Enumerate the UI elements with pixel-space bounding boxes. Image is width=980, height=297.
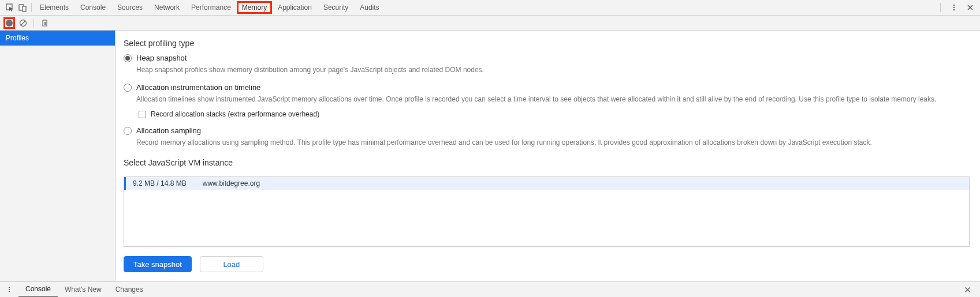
tab-performance[interactable]: Performance [185, 0, 237, 15]
tab-elements[interactable]: Elements [34, 0, 74, 15]
tab-audits[interactable]: Audits [354, 0, 385, 15]
action-buttons: Take snapshot Load [124, 256, 970, 272]
checkbox-icon[interactable] [139, 111, 146, 118]
svg-point-10 [9, 291, 10, 292]
svg-point-3 [953, 5, 955, 6]
close-icon[interactable] [962, 284, 973, 295]
device-toggle-icon[interactable] [16, 1, 29, 14]
record-button-highlight [3, 17, 15, 29]
option-description: Heap snapshot profiles show memory distr… [136, 65, 970, 75]
drawer-tab-whats-new[interactable]: What's New [58, 282, 109, 297]
svg-line-7 [21, 21, 25, 25]
tab-sources[interactable]: Sources [111, 0, 148, 15]
devtools-top-bar: Elements Console Sources Network Perform… [0, 0, 980, 16]
option-description: Allocation timelines show instrumented J… [136, 94, 970, 104]
radio-icon[interactable] [124, 54, 132, 62]
vm-instance-list: 9.2 MB / 14.8 MB www.bitdegree.org [124, 176, 970, 247]
profiles-sidebar: Profiles [0, 31, 115, 281]
checkbox-row[interactable]: Record allocation stacks (extra performa… [139, 110, 970, 118]
tab-memory[interactable]: Memory [242, 3, 267, 12]
take-snapshot-button[interactable]: Take snapshot [124, 256, 192, 272]
load-button[interactable]: Load [200, 256, 263, 272]
tab-memory-highlight: Memory [237, 1, 272, 14]
clear-icon[interactable] [17, 17, 29, 29]
svg-point-5 [953, 9, 955, 10]
option-allocation-sampling: Allocation sampling Record memory alloca… [124, 126, 970, 148]
svg-rect-2 [23, 6, 26, 12]
tab-security[interactable]: Security [318, 0, 354, 15]
memory-main-panel: Select profiling type Heap snapshot Heap… [115, 31, 980, 281]
radio-icon[interactable] [124, 84, 132, 92]
close-icon[interactable] [964, 1, 977, 14]
separator [940, 3, 941, 12]
tab-console[interactable]: Console [74, 0, 111, 15]
trash-icon[interactable] [39, 17, 50, 29]
memory-toolbar [0, 16, 980, 31]
vm-instance-heading: Select JavaScript VM instance [124, 158, 970, 167]
option-row[interactable]: Allocation sampling [124, 126, 970, 135]
panel-tabs: Elements Console Sources Network Perform… [34, 0, 385, 15]
drawer-bar: Console What's New Changes [0, 281, 980, 297]
more-icon[interactable] [3, 284, 15, 295]
sidebar-item-label: Profiles [6, 34, 29, 42]
option-row[interactable]: Heap snapshot [124, 54, 970, 62]
tab-network[interactable]: Network [148, 0, 185, 15]
option-label: Heap snapshot [136, 54, 187, 62]
vm-url: www.bitdegree.org [203, 179, 260, 187]
separator [31, 3, 32, 12]
top-right-controls [937, 1, 977, 14]
sidebar-item-profiles[interactable]: Profiles [0, 31, 115, 46]
option-description: Record memory allocations using sampling… [136, 137, 970, 148]
option-allocation-timeline: Allocation instrumentation on timeline A… [124, 83, 970, 118]
option-heap-snapshot: Heap snapshot Heap snapshot profiles sho… [124, 54, 970, 75]
separator [33, 18, 34, 28]
tab-application[interactable]: Application [272, 0, 318, 15]
body-split: Profiles Select profiling type Heap snap… [0, 31, 980, 281]
inspect-element-icon[interactable] [3, 1, 16, 14]
more-icon[interactable] [948, 1, 960, 14]
record-icon[interactable] [6, 20, 13, 27]
vm-instance-row[interactable]: 9.2 MB / 14.8 MB www.bitdegree.org [124, 177, 969, 190]
radio-icon[interactable] [124, 127, 132, 135]
option-row[interactable]: Allocation instrumentation on timeline [124, 83, 970, 92]
profiling-type-heading: Select profiling type [124, 39, 970, 48]
option-label: Allocation instrumentation on timeline [136, 83, 260, 92]
svg-point-8 [9, 287, 10, 288]
drawer-tab-console[interactable]: Console [18, 283, 58, 297]
vm-size: 9.2 MB / 14.8 MB [133, 179, 187, 187]
checkbox-label: Record allocation stacks (extra performa… [151, 110, 319, 118]
drawer-tab-changes[interactable]: Changes [109, 282, 150, 297]
option-label: Allocation sampling [136, 126, 201, 135]
svg-point-9 [9, 289, 10, 290]
svg-point-4 [953, 7, 955, 8]
